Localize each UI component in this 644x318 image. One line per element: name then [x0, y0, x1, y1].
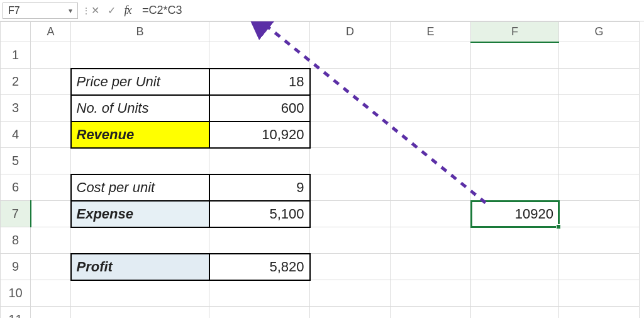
cell-B1[interactable]: [71, 42, 209, 69]
cell-B7[interactable]: Expense: [71, 201, 209, 227]
row-header-1[interactable]: 1: [1, 42, 31, 69]
cell-B8[interactable]: [71, 227, 209, 254]
col-header-B[interactable]: B: [71, 22, 209, 42]
cell-A7[interactable]: [31, 201, 71, 227]
cell-F9[interactable]: [471, 254, 559, 280]
cell-C9[interactable]: 5,820: [209, 254, 310, 280]
cell-B10[interactable]: [71, 280, 209, 307]
cell-G5[interactable]: [559, 148, 640, 174]
cell-B2[interactable]: Price per Unit: [71, 69, 209, 95]
cell-F10[interactable]: [471, 280, 559, 307]
cell-D2[interactable]: [310, 69, 391, 95]
cell-D5[interactable]: [310, 148, 391, 174]
cell-E9[interactable]: [391, 254, 471, 280]
select-all-corner[interactable]: [1, 22, 31, 42]
cell-D7[interactable]: [310, 201, 391, 227]
cell-A2[interactable]: [31, 69, 71, 95]
cell-D11[interactable]: [310, 307, 391, 319]
cell-B5[interactable]: [71, 148, 209, 174]
name-box[interactable]: F7 ▾: [3, 3, 78, 19]
cell-G6[interactable]: [559, 174, 640, 201]
row-header-10[interactable]: 10: [1, 280, 31, 307]
cell-A1[interactable]: [31, 42, 71, 69]
cancel-icon[interactable]: ✕: [87, 3, 103, 19]
cell-D4[interactable]: [310, 122, 391, 148]
cell-G8[interactable]: [559, 227, 640, 254]
cell-A10[interactable]: [31, 280, 71, 307]
fill-handle[interactable]: [556, 224, 561, 229]
cell-F4[interactable]: [471, 122, 559, 148]
cell-C7[interactable]: 5,100: [209, 201, 310, 227]
row-header-7[interactable]: 7: [1, 201, 31, 227]
fx-icon[interactable]: fx: [119, 3, 136, 19]
col-header-F[interactable]: F: [471, 22, 559, 42]
cell-A8[interactable]: [31, 227, 71, 254]
cell-E1[interactable]: [391, 42, 471, 69]
cell-C8[interactable]: [209, 227, 310, 254]
cell-A11[interactable]: [31, 307, 71, 319]
accept-icon[interactable]: ✓: [103, 3, 119, 19]
cell-C1[interactable]: [209, 42, 310, 69]
cell-G10[interactable]: [559, 280, 640, 307]
cell-C4[interactable]: 10,920: [209, 122, 310, 148]
cell-F7[interactable]: 10920: [471, 201, 559, 227]
col-header-G[interactable]: G: [559, 22, 640, 42]
cell-G11[interactable]: [559, 307, 640, 319]
cell-A3[interactable]: [31, 95, 71, 122]
spreadsheet-grid[interactable]: A B C D E F G 1 2 Price per Unit 18: [0, 21, 644, 318]
col-header-A[interactable]: A: [31, 22, 71, 42]
cell-D3[interactable]: [310, 95, 391, 122]
cell-G3[interactable]: [559, 95, 640, 122]
row-header-2[interactable]: 2: [1, 69, 31, 95]
cell-G7[interactable]: [559, 201, 640, 227]
cell-A9[interactable]: [31, 254, 71, 280]
cell-A4[interactable]: [31, 122, 71, 148]
cell-A6[interactable]: [31, 174, 71, 201]
row-header-3[interactable]: 3: [1, 95, 31, 122]
cell-F5[interactable]: [471, 148, 559, 174]
cell-F1[interactable]: [471, 42, 559, 69]
cell-E2[interactable]: [391, 69, 471, 95]
cell-C11[interactable]: [209, 307, 310, 319]
cell-F8[interactable]: [471, 227, 559, 254]
cell-B4[interactable]: Revenue: [71, 122, 209, 148]
cell-C2[interactable]: 18: [209, 69, 310, 95]
cell-G2[interactable]: [559, 69, 640, 95]
cell-A5[interactable]: [31, 148, 71, 174]
formula-input[interactable]: [136, 3, 641, 19]
cell-E7[interactable]: [391, 201, 471, 227]
cell-B11[interactable]: [71, 307, 209, 319]
col-header-E[interactable]: E: [391, 22, 471, 42]
cell-E4[interactable]: [391, 122, 471, 148]
row-header-8[interactable]: 8: [1, 227, 31, 254]
cell-G9[interactable]: [559, 254, 640, 280]
row-header-9[interactable]: 9: [1, 254, 31, 280]
cell-E11[interactable]: [391, 307, 471, 319]
chevron-down-icon[interactable]: ▾: [69, 6, 72, 15]
cell-D9[interactable]: [310, 254, 391, 280]
row-header-6[interactable]: 6: [1, 174, 31, 201]
cell-E8[interactable]: [391, 227, 471, 254]
cell-C6[interactable]: 9: [209, 174, 310, 201]
cell-E10[interactable]: [391, 280, 471, 307]
cell-B3[interactable]: No. of Units: [71, 95, 209, 122]
cell-G4[interactable]: [559, 122, 640, 148]
cell-F2[interactable]: [471, 69, 559, 95]
col-header-C[interactable]: C: [209, 22, 310, 42]
cell-D8[interactable]: [310, 227, 391, 254]
cell-C5[interactable]: [209, 148, 310, 174]
cell-B6[interactable]: Cost per unit: [71, 174, 209, 201]
row-header-4[interactable]: 4: [1, 122, 31, 148]
cell-D6[interactable]: [310, 174, 391, 201]
cell-F6[interactable]: [471, 174, 559, 201]
cell-E5[interactable]: [391, 148, 471, 174]
row-header-5[interactable]: 5: [1, 148, 31, 174]
cell-D10[interactable]: [310, 280, 391, 307]
cell-C10[interactable]: [209, 280, 310, 307]
cell-F3[interactable]: [471, 95, 559, 122]
cell-D1[interactable]: [310, 42, 391, 69]
cell-B9[interactable]: Profit: [71, 254, 209, 280]
cell-E3[interactable]: [391, 95, 471, 122]
col-header-D[interactable]: D: [310, 22, 391, 42]
cell-G1[interactable]: [559, 42, 640, 69]
